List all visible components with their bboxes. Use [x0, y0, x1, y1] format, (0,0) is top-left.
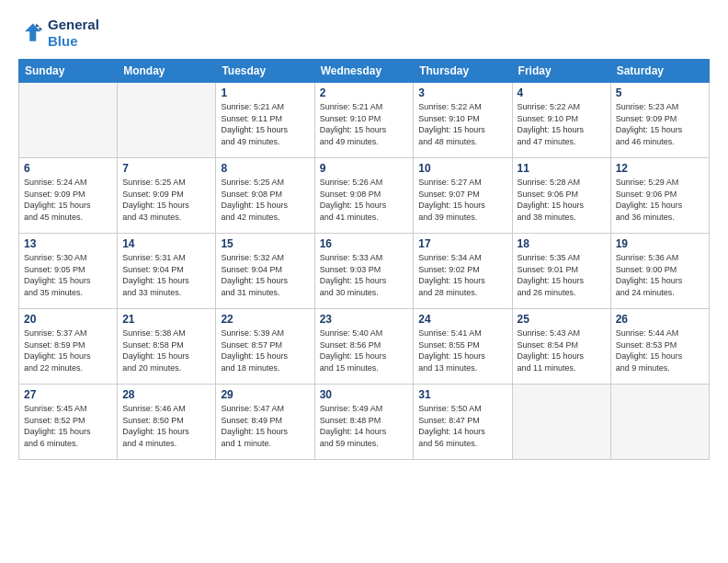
- col-header-friday: Friday: [512, 60, 610, 83]
- col-header-wednesday: Wednesday: [314, 60, 414, 83]
- day-cell: 21Sunrise: 5:38 AMSunset: 8:58 PMDayligh…: [118, 309, 216, 385]
- day-number: 20: [24, 313, 112, 326]
- day-cell: 19Sunrise: 5:36 AMSunset: 9:00 PMDayligh…: [610, 234, 709, 309]
- day-info: Sunrise: 5:39 AMSunset: 8:57 PMDaylight:…: [221, 327, 309, 373]
- day-info: Sunrise: 5:45 AMSunset: 8:52 PMDaylight:…: [24, 403, 112, 449]
- day-info: Sunrise: 5:26 AMSunset: 9:08 PMDaylight:…: [320, 177, 409, 223]
- day-number: 28: [122, 388, 210, 401]
- day-number: 4: [518, 86, 606, 99]
- day-cell: 1Sunrise: 5:21 AMSunset: 9:11 PMDaylight…: [216, 83, 314, 158]
- day-info: Sunrise: 5:44 AMSunset: 8:53 PMDaylight:…: [616, 327, 704, 373]
- day-info: Sunrise: 5:28 AMSunset: 9:06 PMDaylight:…: [518, 177, 606, 223]
- day-number: 25: [518, 313, 606, 326]
- day-info: Sunrise: 5:22 AMSunset: 9:10 PMDaylight:…: [418, 101, 506, 147]
- day-info: Sunrise: 5:35 AMSunset: 9:01 PMDaylight:…: [518, 252, 606, 298]
- day-cell: 18Sunrise: 5:35 AMSunset: 9:01 PMDayligh…: [512, 234, 610, 309]
- day-cell: 28Sunrise: 5:46 AMSunset: 8:50 PMDayligh…: [118, 385, 216, 460]
- day-info: Sunrise: 5:32 AMSunset: 9:04 PMDaylight:…: [221, 252, 309, 298]
- day-number: 7: [122, 162, 210, 175]
- day-cell: 26Sunrise: 5:44 AMSunset: 8:53 PMDayligh…: [610, 309, 709, 385]
- day-number: 31: [418, 388, 506, 401]
- day-info: Sunrise: 5:34 AMSunset: 9:02 PMDaylight:…: [418, 252, 506, 298]
- day-cell: 6Sunrise: 5:24 AMSunset: 9:09 PMDaylight…: [19, 158, 118, 234]
- day-cell: 9Sunrise: 5:26 AMSunset: 9:08 PMDaylight…: [314, 158, 414, 234]
- week-row-2: 6Sunrise: 5:24 AMSunset: 9:09 PMDaylight…: [19, 158, 710, 234]
- day-info: Sunrise: 5:23 AMSunset: 9:09 PMDaylight:…: [616, 101, 704, 147]
- day-info: Sunrise: 5:21 AMSunset: 9:11 PMDaylight:…: [221, 101, 309, 147]
- col-header-sunday: Sunday: [19, 60, 118, 83]
- day-cell: 25Sunrise: 5:43 AMSunset: 8:54 PMDayligh…: [512, 309, 610, 385]
- day-number: 1: [221, 86, 309, 99]
- col-header-thursday: Thursday: [414, 60, 512, 83]
- day-cell: 17Sunrise: 5:34 AMSunset: 9:02 PMDayligh…: [414, 234, 512, 309]
- day-number: 9: [320, 162, 409, 175]
- day-info: Sunrise: 5:25 AMSunset: 9:08 PMDaylight:…: [221, 177, 309, 223]
- day-number: 8: [221, 162, 309, 175]
- day-cell: 30Sunrise: 5:49 AMSunset: 8:48 PMDayligh…: [314, 385, 414, 460]
- day-cell: 5Sunrise: 5:23 AMSunset: 9:09 PMDaylight…: [610, 83, 709, 158]
- day-cell: 14Sunrise: 5:31 AMSunset: 9:04 PMDayligh…: [118, 234, 216, 309]
- day-cell: 7Sunrise: 5:25 AMSunset: 9:09 PMDaylight…: [118, 158, 216, 234]
- day-info: Sunrise: 5:37 AMSunset: 8:59 PMDaylight:…: [24, 327, 112, 373]
- day-cell: 31Sunrise: 5:50 AMSunset: 8:47 PMDayligh…: [414, 385, 512, 460]
- header-row: SundayMondayTuesdayWednesdayThursdayFrid…: [19, 60, 710, 83]
- col-header-saturday: Saturday: [610, 60, 709, 83]
- day-cell: 27Sunrise: 5:45 AMSunset: 8:52 PMDayligh…: [19, 385, 118, 460]
- logo-text: General Blue: [48, 17, 99, 50]
- day-cell: 15Sunrise: 5:32 AMSunset: 9:04 PMDayligh…: [216, 234, 314, 309]
- day-cell: 22Sunrise: 5:39 AMSunset: 8:57 PMDayligh…: [216, 309, 314, 385]
- day-info: Sunrise: 5:27 AMSunset: 9:07 PMDaylight:…: [418, 177, 506, 223]
- day-info: Sunrise: 5:49 AMSunset: 8:48 PMDaylight:…: [320, 403, 409, 449]
- day-info: Sunrise: 5:36 AMSunset: 9:00 PMDaylight:…: [616, 252, 704, 298]
- day-info: Sunrise: 5:50 AMSunset: 8:47 PMDaylight:…: [418, 403, 506, 449]
- day-cell: 2Sunrise: 5:21 AMSunset: 9:10 PMDaylight…: [314, 83, 414, 158]
- week-row-3: 13Sunrise: 5:30 AMSunset: 9:05 PMDayligh…: [19, 234, 710, 309]
- day-info: Sunrise: 5:43 AMSunset: 8:54 PMDaylight:…: [518, 327, 606, 373]
- day-info: Sunrise: 5:47 AMSunset: 8:49 PMDaylight:…: [221, 403, 309, 449]
- day-number: 21: [122, 313, 210, 326]
- col-header-monday: Monday: [118, 60, 216, 83]
- page: General Blue SundayMondayTuesdayWednesda…: [0, 0, 728, 563]
- day-info: Sunrise: 5:40 AMSunset: 8:56 PMDaylight:…: [320, 327, 409, 373]
- day-number: 11: [518, 162, 606, 175]
- day-info: Sunrise: 5:38 AMSunset: 8:58 PMDaylight:…: [122, 327, 210, 373]
- day-cell: 4Sunrise: 5:22 AMSunset: 9:10 PMDaylight…: [512, 83, 610, 158]
- day-info: Sunrise: 5:24 AMSunset: 9:09 PMDaylight:…: [24, 177, 112, 223]
- day-number: 14: [122, 237, 210, 250]
- day-cell: [610, 385, 709, 460]
- calendar-table: SundayMondayTuesdayWednesdayThursdayFrid…: [18, 59, 710, 460]
- day-number: 18: [518, 237, 606, 250]
- day-number: 16: [320, 237, 409, 250]
- week-row-1: 1Sunrise: 5:21 AMSunset: 9:11 PMDaylight…: [19, 83, 710, 158]
- day-number: 17: [418, 237, 506, 250]
- day-info: Sunrise: 5:29 AMSunset: 9:06 PMDaylight:…: [616, 177, 704, 223]
- day-info: Sunrise: 5:41 AMSunset: 8:55 PMDaylight:…: [418, 327, 506, 373]
- day-info: Sunrise: 5:46 AMSunset: 8:50 PMDaylight:…: [122, 403, 210, 449]
- day-cell: 3Sunrise: 5:22 AMSunset: 9:10 PMDaylight…: [414, 83, 512, 158]
- header: General Blue: [18, 17, 710, 50]
- day-cell: 29Sunrise: 5:47 AMSunset: 8:49 PMDayligh…: [216, 385, 314, 460]
- day-cell: [19, 83, 118, 158]
- day-number: 23: [320, 313, 409, 326]
- day-info: Sunrise: 5:21 AMSunset: 9:10 PMDaylight:…: [320, 101, 409, 147]
- day-number: 24: [418, 313, 506, 326]
- day-number: 6: [24, 162, 112, 175]
- day-cell: 23Sunrise: 5:40 AMSunset: 8:56 PMDayligh…: [314, 309, 414, 385]
- day-number: 29: [221, 388, 309, 401]
- day-cell: 24Sunrise: 5:41 AMSunset: 8:55 PMDayligh…: [414, 309, 512, 385]
- week-row-5: 27Sunrise: 5:45 AMSunset: 8:52 PMDayligh…: [19, 385, 710, 460]
- day-info: Sunrise: 5:22 AMSunset: 9:10 PMDaylight:…: [518, 101, 606, 147]
- day-cell: [512, 385, 610, 460]
- day-cell: 10Sunrise: 5:27 AMSunset: 9:07 PMDayligh…: [414, 158, 512, 234]
- day-cell: 11Sunrise: 5:28 AMSunset: 9:06 PMDayligh…: [512, 158, 610, 234]
- day-cell: 8Sunrise: 5:25 AMSunset: 9:08 PMDaylight…: [216, 158, 314, 234]
- logo: General Blue: [18, 17, 99, 50]
- day-number: 2: [320, 86, 409, 99]
- day-info: Sunrise: 5:30 AMSunset: 9:05 PMDaylight:…: [24, 252, 112, 298]
- day-number: 13: [24, 237, 112, 250]
- day-info: Sunrise: 5:31 AMSunset: 9:04 PMDaylight:…: [122, 252, 210, 298]
- day-cell: 16Sunrise: 5:33 AMSunset: 9:03 PMDayligh…: [314, 234, 414, 309]
- day-number: 10: [418, 162, 506, 175]
- day-cell: 13Sunrise: 5:30 AMSunset: 9:05 PMDayligh…: [19, 234, 118, 309]
- day-number: 19: [616, 237, 704, 250]
